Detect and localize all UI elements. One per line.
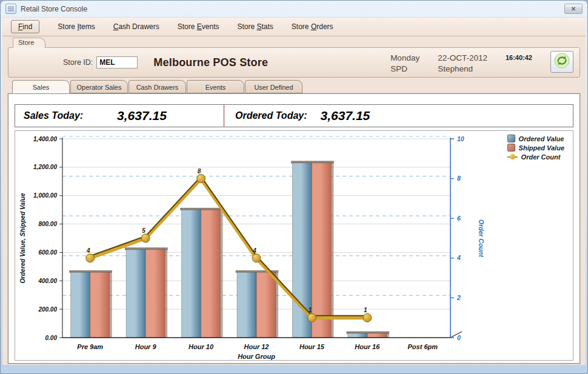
svg-text:1,200.00: 1,200.00 (33, 164, 57, 170)
svg-text:Order Count: Order Count (478, 219, 485, 257)
svg-text:Hour Group: Hour Group (238, 353, 275, 360)
chart-legend: Ordered ValueShipped ValueOrder Count (507, 135, 564, 161)
menu-item-store-items[interactable]: Store Items (58, 22, 95, 31)
tab-bar: SalesOperator SalesCash DrawersEventsUse… (12, 80, 580, 93)
svg-text:Hour 9: Hour 9 (135, 343, 157, 350)
legend-swatch-icon (507, 153, 518, 161)
store-time: 16:40:42 (506, 51, 532, 61)
tab-events[interactable]: Events (187, 80, 244, 93)
svg-text:4: 4 (252, 247, 256, 254)
refresh-icon (554, 53, 570, 70)
svg-text:6: 6 (457, 215, 461, 222)
svg-text:8: 8 (457, 175, 461, 182)
legend-item-ordered-value: Ordered Value (507, 135, 564, 142)
store-header-panel: Store Store ID: Melbourne POS Store Mond… (8, 47, 580, 78)
legend-swatch-icon (507, 135, 515, 142)
svg-text:4: 4 (86, 247, 90, 254)
store-name: Melbourne POS Store (153, 56, 268, 69)
store-date: 22-OCT-2012 (438, 53, 487, 64)
legend-item-shipped-value: Shipped Value (507, 144, 564, 152)
svg-text:Post 6pm: Post 6pm (408, 343, 438, 350)
svg-text:Hour 10: Hour 10 (189, 343, 214, 350)
chart-container: 0.00200.00400.00600.00800.001,000.001,20… (15, 130, 573, 361)
store-code: SPD (390, 64, 419, 75)
close-button[interactable]: ✕ (564, 4, 583, 14)
svg-text:0: 0 (457, 334, 461, 341)
close-icon: ✕ (571, 5, 576, 12)
svg-text:0.00: 0.00 (45, 335, 58, 341)
sales-today-label: Sales Today: (24, 110, 83, 121)
svg-text:Hour 15: Hour 15 (299, 343, 325, 350)
menu-item-store-events[interactable]: Store Events (178, 22, 219, 31)
app-window: Retail Store Console ✕ FindStore ItemsCa… (0, 0, 588, 374)
ordered-today-value: 3,637.15 (321, 109, 370, 123)
app-icon (5, 4, 16, 14)
svg-text:Pre 9am: Pre 9am (77, 343, 103, 350)
store-user: Stephend (438, 64, 487, 75)
svg-text:800.00: 800.00 (38, 221, 57, 227)
menu-item-find[interactable]: Find (11, 20, 39, 33)
sales-chart: 0.00200.00400.00600.00800.001,000.001,20… (15, 131, 573, 360)
menu-item-cash-drawers[interactable]: Cash Drawers (113, 22, 159, 31)
sales-tab-panel: Sales Today: 3,637.15 Ordered Today: 3,6… (8, 93, 580, 364)
store-group-tab: Store (13, 38, 45, 48)
legend-swatch-icon (507, 144, 515, 152)
svg-text:1: 1 (309, 307, 312, 313)
svg-text:1,000.00: 1,000.00 (33, 192, 57, 199)
tab-user-defined[interactable]: User Defined (245, 80, 302, 93)
svg-text:Hour 12: Hour 12 (244, 343, 269, 350)
svg-text:1: 1 (364, 307, 367, 313)
refresh-button[interactable] (550, 51, 573, 73)
window-title: Retail Store Console (21, 5, 87, 13)
svg-text:400.00: 400.00 (38, 278, 57, 284)
menu-item-store-orders[interactable]: Store Orders (292, 22, 333, 31)
store-id-input[interactable] (96, 56, 138, 68)
svg-text:8: 8 (198, 168, 201, 175)
menubar: FindStore ItemsCash DrawersStore EventsS… (2, 17, 586, 36)
svg-text:5: 5 (142, 227, 145, 234)
tab-sales[interactable]: Sales (12, 80, 70, 93)
svg-text:200.00: 200.00 (38, 306, 57, 313)
store-day: Monday (390, 53, 419, 64)
svg-text:10: 10 (457, 135, 464, 142)
tab-operator-sales[interactable]: Operator Sales (70, 80, 128, 93)
sales-today-value: 3,637.15 (117, 109, 167, 123)
menu-item-store-stats[interactable]: Store Stats (237, 22, 273, 31)
svg-text:1,400.00: 1,400.00 (33, 136, 57, 142)
titlebar: Retail Store Console ✕ (1, 1, 587, 17)
store-info: Monday SPD 22-OCT-2012 Stephend 16:40:42 (390, 51, 580, 75)
store-id-label: Store ID: (63, 58, 93, 67)
svg-text:600.00: 600.00 (38, 249, 57, 256)
svg-text:2: 2 (456, 294, 461, 301)
legend-item-order-count: Order Count (507, 153, 564, 161)
app-body: Store Store ID: Melbourne POS Store Mond… (2, 36, 586, 365)
summary-box: Sales Today: 3,637.15 Ordered Today: 3,6… (15, 104, 573, 127)
svg-text:Ordered Value, Shipped Value: Ordered Value, Shipped Value (19, 193, 26, 283)
svg-text:4: 4 (456, 254, 461, 261)
svg-text:Hour 16: Hour 16 (355, 343, 380, 350)
tab-cash-drawers[interactable]: Cash Drawers (129, 80, 186, 93)
ordered-today-label: Ordered Today: (235, 110, 307, 121)
